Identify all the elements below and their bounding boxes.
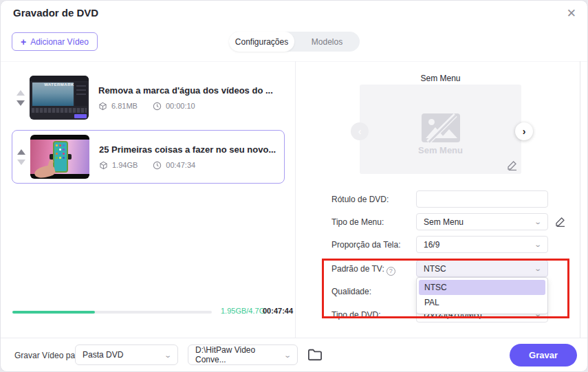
panel-divider [295, 61, 296, 338]
duration-clock-icon [153, 161, 162, 170]
tab-modelos[interactable]: Modelos [294, 32, 360, 52]
tv-standard-label: Padrão de TV:? [331, 264, 395, 276]
quality-label: Qualidade: [331, 287, 371, 296]
video-list-item-1[interactable]: WATERMARK Remova a marca d'água dos víde… [12, 72, 285, 124]
tab-bar: Configurações Modelos [229, 32, 360, 52]
no-image-icon [422, 113, 460, 142]
add-video-label: Adicionar Vídeo [30, 37, 89, 47]
video-thumbnail-2[interactable] [30, 135, 89, 179]
capacity-progress-bar [12, 311, 212, 314]
preview-placeholder-label: Sem Menu [360, 145, 521, 155]
size-cube-icon [98, 102, 107, 111]
move-down-icon[interactable] [17, 100, 25, 106]
video-size-1: 6.81MB [111, 102, 138, 110]
video-size-2: 1.94GB [112, 161, 138, 169]
menu-type-label: Tipo de Menu: [331, 217, 384, 227]
chevron-down-icon: ⌄ [534, 241, 542, 248]
plus-icon: + [21, 37, 26, 47]
scrollbar-track[interactable] [580, 61, 580, 338]
help-icon[interactable]: ? [386, 267, 395, 276]
tv-standard-select[interactable]: NTSC ⌄ [416, 260, 548, 277]
video-list-item-2-selected[interactable]: 25 Primeiras coisas a fazer no seu novo.… [12, 130, 285, 184]
chevron-down-icon: ⌄ [164, 351, 172, 359]
video-duration-1: 00:00:10 [166, 102, 195, 110]
duration-clock-icon [153, 102, 162, 111]
target-type-select[interactable]: Pasta DVD ⌄ [75, 344, 178, 365]
move-down-icon[interactable] [17, 160, 25, 165]
aspect-ratio-label: Proporção da Tela: [331, 240, 401, 250]
chevron-down-icon: ⌄ [283, 351, 292, 359]
burn-button[interactable]: Gravar [510, 344, 577, 366]
next-template-button[interactable]: › [515, 122, 533, 140]
preview-title: Sem Menu [360, 74, 521, 83]
capacity-progress-fill [12, 311, 95, 314]
chevron-down-icon: ⌄ [534, 218, 542, 226]
edit-menu-pencil-icon[interactable] [555, 216, 566, 227]
dropdown-option-pal[interactable]: PAL [419, 295, 545, 310]
move-up-icon[interactable] [17, 149, 25, 155]
size-cube-icon [99, 161, 108, 170]
target-path-select[interactable]: D:\HitPaw Video Conve... ⌄ [188, 344, 298, 365]
chevron-down-icon: ⌄ [534, 265, 542, 272]
video-title-1: Remova a marca d'água dos vídeos do ... [98, 85, 273, 96]
dvd-label-label: Rótulo de DVD: [331, 195, 389, 204]
video-title-2: 25 Primeiras coisas a fazer no seu novo.… [99, 144, 276, 155]
menu-type-select[interactable]: Sem Menu ⌄ [416, 213, 548, 230]
tv-standard-dropdown: NTSC PAL [416, 277, 548, 314]
prev-template-button[interactable]: ‹ [351, 122, 369, 140]
capacity-time-label: 00:47:44 [263, 307, 293, 315]
video-thumbnail-1[interactable]: WATERMARK [30, 76, 89, 120]
toolbar-divider [1, 61, 588, 62]
menu-preview-box [360, 85, 521, 174]
dvd-label-input[interactable] [416, 190, 548, 208]
burn-target-label: Gravar Vídeo para: [14, 351, 85, 360]
browse-folder-icon[interactable] [307, 348, 323, 362]
dvd-burner-window: Gravador de DVD ✕ + Adicionar Vídeo Conf… [0, 0, 588, 372]
dropdown-option-ntsc[interactable]: NTSC [419, 280, 545, 295]
dvd-type-label: Tipo de DVD: [331, 310, 381, 320]
capacity-used-label: 1.95GB/4.7G [221, 307, 265, 315]
footer-divider [1, 338, 588, 338]
reorder-arrows [12, 90, 30, 106]
close-icon[interactable]: ✕ [567, 6, 576, 21]
add-video-button[interactable]: + Adicionar Vídeo [12, 32, 98, 51]
window-title: Gravador de DVD [13, 7, 98, 19]
move-up-icon[interactable] [17, 90, 25, 96]
edit-preview-pencil-icon[interactable] [507, 160, 518, 171]
reorder-arrows [12, 149, 30, 165]
tab-configuracoes[interactable]: Configurações [229, 32, 294, 52]
video-duration-2: 00:47:34 [166, 161, 195, 169]
aspect-ratio-select[interactable]: 16/9 ⌄ [416, 236, 548, 253]
